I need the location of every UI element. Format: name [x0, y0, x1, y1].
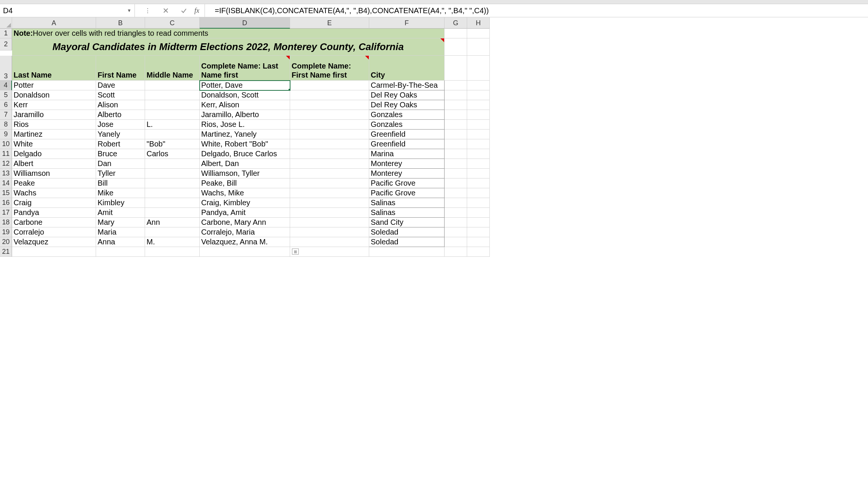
- cell-B6[interactable]: Alison: [96, 100, 145, 110]
- cell-D5[interactable]: Donaldson, Scott: [200, 90, 290, 100]
- cell-H4[interactable]: [467, 81, 490, 90]
- cell-G4[interactable]: [445, 81, 467, 90]
- cell-A4[interactable]: Potter: [12, 81, 96, 90]
- cell-H15[interactable]: [467, 188, 490, 198]
- row-head-9[interactable]: 9: [0, 130, 12, 139]
- row-head-17[interactable]: 17: [0, 208, 12, 218]
- col-head-G[interactable]: G: [445, 17, 467, 29]
- row-head-2[interactable]: 2: [0, 38, 12, 50]
- cell-E7[interactable]: [290, 110, 369, 120]
- cell-E9[interactable]: [290, 130, 369, 139]
- cell-C18[interactable]: Ann: [145, 218, 200, 227]
- cell-F11[interactable]: Marina: [369, 149, 445, 159]
- cell-D9[interactable]: Martinez, Yanely: [200, 130, 290, 139]
- cell-E4[interactable]: [290, 81, 369, 90]
- cell-G13[interactable]: [445, 169, 467, 178]
- cell-B17[interactable]: Amit: [96, 208, 145, 218]
- cell-A6[interactable]: Kerr: [12, 100, 96, 110]
- cell-B9[interactable]: Yanely: [96, 130, 145, 139]
- cell-F5[interactable]: Del Rey Oaks: [369, 90, 445, 100]
- row-head-8[interactable]: 8: [0, 120, 12, 130]
- select-all-corner[interactable]: [0, 17, 12, 29]
- cell-H11[interactable]: [467, 149, 490, 159]
- cell-C20[interactable]: M.: [145, 237, 200, 247]
- cell-E14[interactable]: [290, 178, 369, 188]
- row-head-10[interactable]: 10: [0, 139, 12, 149]
- row-head-1[interactable]: 1: [0, 29, 12, 38]
- col-head-E[interactable]: E: [290, 17, 369, 29]
- cell-D19[interactable]: Corralejo, Maria: [200, 227, 290, 237]
- cell-E10[interactable]: [290, 139, 369, 149]
- cell-E12[interactable]: [290, 159, 369, 169]
- cell-F15[interactable]: Pacific Grove: [369, 188, 445, 198]
- cell-E16[interactable]: [290, 198, 369, 208]
- cell-empty-21-6[interactable]: [445, 247, 467, 257]
- cell-G16[interactable]: [445, 198, 467, 208]
- cell-E18[interactable]: [290, 218, 369, 227]
- col-head-A[interactable]: A: [12, 17, 96, 29]
- cell-E15[interactable]: [290, 188, 369, 198]
- cell-H1[interactable]: [467, 29, 490, 38]
- cell-H5[interactable]: [467, 90, 490, 100]
- cell-G20[interactable]: [445, 237, 467, 247]
- cell-A10[interactable]: White: [12, 139, 96, 149]
- cell-F4[interactable]: Carmel-By-The-Sea: [369, 81, 445, 90]
- cell-G18[interactable]: [445, 218, 467, 227]
- cell-H19[interactable]: [467, 227, 490, 237]
- cell-A13[interactable]: Williamson: [12, 169, 96, 178]
- cell-C12[interactable]: [145, 159, 200, 169]
- cell-C9[interactable]: [145, 130, 200, 139]
- cell-B12[interactable]: Dan: [96, 159, 145, 169]
- cell-A20[interactable]: Velazquez: [12, 237, 96, 247]
- cell-D13[interactable]: Williamson, Tyller: [200, 169, 290, 178]
- header-C[interactable]: Middle Name: [145, 56, 200, 81]
- cell-B16[interactable]: Kimbley: [96, 198, 145, 208]
- row-head-7[interactable]: 7: [0, 110, 12, 120]
- cell-H14[interactable]: [467, 178, 490, 188]
- row-head-5[interactable]: 5: [0, 90, 12, 100]
- cell-E17[interactable]: [290, 208, 369, 218]
- cell-empty-21-5[interactable]: [369, 247, 445, 257]
- cell-C10[interactable]: "Bob": [145, 139, 200, 149]
- fx-icon[interactable]: fx: [194, 4, 205, 17]
- row-head-20[interactable]: 20: [0, 237, 12, 247]
- col-head-C[interactable]: C: [145, 17, 200, 29]
- cell-G11[interactable]: [445, 149, 467, 159]
- col-head-D[interactable]: D: [200, 17, 290, 29]
- cell-F17[interactable]: Salinas: [369, 208, 445, 218]
- name-box[interactable]: D4 ▼: [0, 4, 135, 17]
- cell-G9[interactable]: [445, 130, 467, 139]
- cell-B7[interactable]: Alberto: [96, 110, 145, 120]
- cell-E5[interactable]: [290, 90, 369, 100]
- cell-G2[interactable]: [445, 38, 467, 56]
- cell-G6[interactable]: [445, 100, 467, 110]
- cell-empty-21-7[interactable]: [467, 247, 490, 257]
- cell-B10[interactable]: Robert: [96, 139, 145, 149]
- cell-A14[interactable]: Peake: [12, 178, 96, 188]
- cell-E13[interactable]: [290, 169, 369, 178]
- cell-G8[interactable]: [445, 120, 467, 130]
- more-icon[interactable]: ⋮: [140, 7, 155, 14]
- cell-H13[interactable]: [467, 169, 490, 178]
- cell-empty-21-2[interactable]: [145, 247, 200, 257]
- cell-H2[interactable]: [467, 38, 490, 56]
- cell-A5[interactable]: Donaldson: [12, 90, 96, 100]
- cell-A15[interactable]: Wachs: [12, 188, 96, 198]
- cell-H16[interactable]: [467, 198, 490, 208]
- cell-A16[interactable]: Craig: [12, 198, 96, 208]
- cell-C8[interactable]: L.: [145, 120, 200, 130]
- cell-F16[interactable]: Salinas: [369, 198, 445, 208]
- cell-G19[interactable]: [445, 227, 467, 237]
- cell-C4[interactable]: [145, 81, 200, 90]
- cell-B4[interactable]: Dave: [96, 81, 145, 90]
- cell-empty-21-1[interactable]: [96, 247, 145, 257]
- cell-B5[interactable]: Scott: [96, 90, 145, 100]
- autofill-options-icon[interactable]: ⊞: [292, 249, 299, 255]
- cell-F18[interactable]: Sand City: [369, 218, 445, 227]
- cell-B11[interactable]: Bruce: [96, 149, 145, 159]
- row-head-11[interactable]: 11: [0, 149, 12, 159]
- cell-A9[interactable]: Martinez: [12, 130, 96, 139]
- cell-note[interactable]: Note: Hover over cells with red triangle…: [12, 29, 445, 38]
- cell-F19[interactable]: Soledad: [369, 227, 445, 237]
- cell-F8[interactable]: Gonzales: [369, 120, 445, 130]
